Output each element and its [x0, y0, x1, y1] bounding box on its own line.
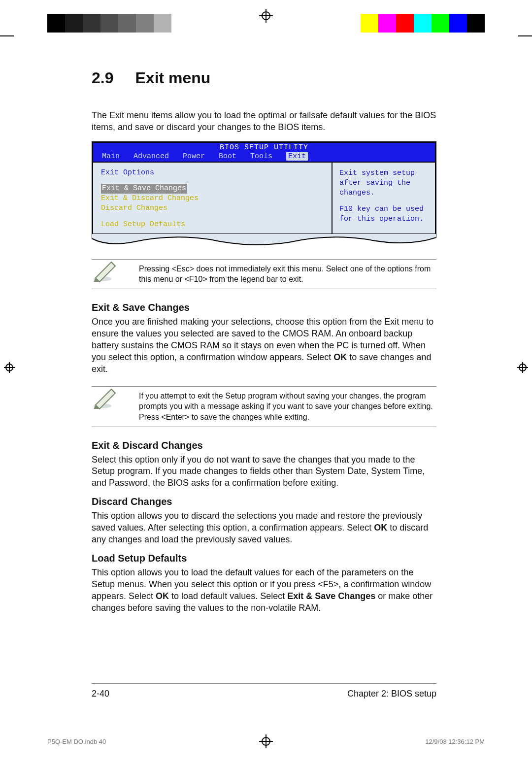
bios-tab-boot[interactable]: Boot — [219, 152, 236, 161]
bios-options-heading: Exit Options — [101, 168, 324, 177]
bios-utility-title: BIOS SETUP UTILITY — [93, 143, 435, 152]
bios-tab-tools[interactable]: Tools — [250, 152, 272, 161]
crop-tick-left — [0, 35, 14, 36]
bios-tab-exit[interactable]: Exit — [286, 152, 308, 161]
pencil-note-icon — [92, 385, 121, 410]
color-swatch — [432, 14, 449, 33]
note-text-1: Pressing <Esc> does not immediately exit… — [92, 264, 436, 285]
bios-screenshot: BIOS SETUP UTILITY MainAdvancedPowerBoot… — [92, 141, 436, 235]
crop-tick-right — [518, 35, 532, 36]
section-number: 2.9 — [92, 69, 113, 87]
print-file-name: P5Q-EM DO.indb 40 — [47, 738, 106, 745]
page-footer: 2-40 Chapter 2: BIOS setup — [92, 683, 436, 699]
gray-swatch — [136, 14, 154, 33]
bios-help-panel: Exit system setup after saving the chang… — [332, 163, 435, 235]
note-block-1: Pressing <Esc> does not immediately exit… — [92, 259, 436, 289]
pencil-note-icon — [92, 258, 121, 283]
bios-help-text-1: Exit system setup after saving the chang… — [339, 168, 428, 199]
gray-swatch — [65, 14, 83, 33]
print-timestamp: 12/9/08 12:36:12 PM — [425, 738, 485, 745]
bios-tab-advanced[interactable]: Advanced — [133, 152, 169, 161]
color-swatch — [361, 14, 378, 33]
bios-option[interactable]: Exit & Save Changes — [101, 184, 187, 194]
bios-options-panel: Exit Options Exit & Save ChangesExit & D… — [93, 163, 332, 235]
bios-tab-main[interactable]: Main — [102, 152, 120, 161]
bios-option[interactable]: Discard Changes — [101, 203, 324, 213]
color-swatches — [343, 14, 485, 33]
color-swatch — [396, 14, 414, 33]
registration-mark-right — [517, 362, 528, 373]
discard-heading: Discard Changes — [92, 496, 436, 507]
section-heading: 2.9 Exit menu — [92, 69, 436, 87]
page-number: 2-40 — [92, 689, 109, 699]
exit-save-body: Once you are finished making your select… — [92, 316, 436, 375]
gray-swatch — [118, 14, 136, 33]
intro-paragraph: The Exit menu items allow you to load th… — [92, 110, 436, 133]
color-swatch — [414, 14, 432, 33]
color-swatch — [467, 14, 485, 33]
gray-swatch — [154, 14, 171, 33]
gray-swatch — [171, 14, 189, 33]
load-defaults-body: This option allows you to load the defau… — [92, 567, 436, 614]
color-swatch — [343, 14, 361, 33]
grayscale-swatches — [47, 14, 189, 33]
discard-body: This option allows you to discard the se… — [92, 510, 436, 546]
exit-discard-heading: Exit & Discard Changes — [92, 440, 436, 451]
torn-edge — [92, 233, 436, 248]
exit-discard-body: Select this option only if you do not wa… — [92, 454, 436, 490]
note-text-2: If you attempt to exit the Setup program… — [92, 391, 436, 423]
gray-swatch — [83, 14, 100, 33]
bios-menubar: MainAdvancedPowerBootToolsExit — [93, 152, 435, 162]
note-block-2: If you attempt to exit the Setup program… — [92, 386, 436, 427]
bios-option[interactable]: Load Setup Defaults — [101, 220, 324, 230]
page-content: 2.9 Exit menu The Exit menu items allow … — [92, 69, 436, 621]
gray-swatch — [47, 14, 65, 33]
exit-save-heading: Exit & Save Changes — [92, 302, 436, 313]
bios-tab-power[interactable]: Power — [183, 152, 205, 161]
registration-mark-top — [259, 9, 273, 23]
load-defaults-heading: Load Setup Defaults — [92, 553, 436, 564]
bios-help-text-2: F10 key can be used for this operation. — [339, 204, 428, 225]
color-swatch — [449, 14, 467, 33]
chapter-label: Chapter 2: BIOS setup — [347, 689, 436, 699]
bios-option[interactable]: Exit & Discard Changes — [101, 194, 324, 203]
print-footer: P5Q-EM DO.indb 40 12/9/08 12:36:12 PM — [47, 738, 485, 745]
color-swatch — [378, 14, 396, 33]
section-title: Exit menu — [135, 69, 210, 87]
gray-swatch — [100, 14, 118, 33]
registration-mark-left — [4, 362, 15, 373]
